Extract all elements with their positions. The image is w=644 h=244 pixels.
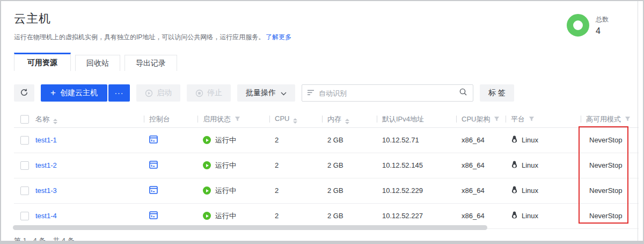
row-checkbox[interactable] xyxy=(20,136,29,145)
page-description: 运行在物理机上的虚拟机实例，具有独立的IP地址，可以访问公共网络，运行应用服务。… xyxy=(14,33,643,42)
status-text: 运行中 xyxy=(215,186,236,196)
filter-icon[interactable] xyxy=(235,116,240,122)
filter-lines-icon[interactable] xyxy=(308,88,314,98)
linux-penguin-icon xyxy=(511,185,518,196)
arch-value: x86_64 xyxy=(456,178,506,203)
start-button[interactable]: 启动 xyxy=(136,84,180,102)
create-vm-button[interactable]: + 创建云主机 xyxy=(41,84,107,102)
tab-export-records[interactable]: 导出记录 xyxy=(125,55,177,71)
toolbar: + 创建云主机 ··· 启动 停止 批量操作 xyxy=(14,84,643,102)
arch-value: x86_64 xyxy=(456,203,506,228)
batch-operations-button[interactable]: 批量操作 xyxy=(237,84,295,102)
ipv4-value: 10.12.52.229 xyxy=(377,178,456,203)
console-icon[interactable] xyxy=(149,162,158,170)
vm-name-link[interactable]: test1-1 xyxy=(35,136,57,144)
column-header-ha-mode[interactable]: 高可用模式 xyxy=(581,111,639,127)
filter-icon[interactable] xyxy=(494,116,500,122)
status-text: 运行中 xyxy=(215,211,236,221)
play-circle-icon xyxy=(145,89,153,97)
column-header-cpu[interactable]: CPU xyxy=(269,111,322,127)
cpu-value: 2 xyxy=(269,127,322,153)
filter-icon[interactable] xyxy=(529,116,535,122)
vm-name-link[interactable]: test1-4 xyxy=(35,212,57,220)
status-running-icon xyxy=(203,161,211,169)
column-header-status[interactable]: 启用状态 xyxy=(197,111,269,127)
search-input[interactable] xyxy=(319,89,459,97)
column-header-arch[interactable]: CPU架构 xyxy=(456,111,506,127)
table-row: test1-3 运行中 2 2 GB 10.12.52.229 x86_64 xyxy=(14,178,639,203)
status-running-icon xyxy=(203,136,211,144)
total-value: 4 xyxy=(596,26,609,36)
column-header-console: 控制台 xyxy=(144,111,197,127)
linux-penguin-icon xyxy=(511,160,518,170)
table-row: test1-2 运行中 2 2 GB 10.12.52.145 x86_64 xyxy=(14,153,639,178)
console-icon[interactable] xyxy=(149,213,158,221)
more-actions-button[interactable]: ··· xyxy=(108,84,130,102)
sort-icon[interactable] xyxy=(53,119,57,124)
horizontal-scrollbar-thumb[interactable] xyxy=(13,225,487,230)
sort-icon[interactable] xyxy=(345,119,349,124)
table-row: test1-4 运行中 2 2 GB 10.12.52.227 x86_64 xyxy=(14,203,639,228)
search-box xyxy=(302,84,473,102)
column-header-platform[interactable]: 平台 xyxy=(506,111,581,127)
row-checkbox[interactable] xyxy=(20,186,29,195)
ipv4-value: 10.12.52.145 xyxy=(377,153,456,178)
cpu-value: 2 xyxy=(269,203,322,228)
cpu-value: 2 xyxy=(269,153,322,178)
plus-icon: + xyxy=(50,88,56,98)
chevron-down-icon xyxy=(281,89,287,97)
platform-value: Linux xyxy=(522,212,538,220)
learn-more-link[interactable]: 了解更多 xyxy=(266,33,291,41)
tab-recycle-bin[interactable]: 回收站 xyxy=(75,55,120,71)
memory-value: 2 GB xyxy=(322,178,377,203)
table-body: test1-1 运行中 2 2 GB 10.12.52.71 x86_64 xyxy=(14,127,639,228)
vm-name-link[interactable]: test1-2 xyxy=(35,161,57,169)
sort-icon[interactable] xyxy=(293,118,297,124)
memory-value: 2 GB xyxy=(322,153,377,178)
memory-value: 2 GB xyxy=(322,127,377,153)
create-vm-label: 创建云主机 xyxy=(60,88,98,98)
select-all-checkbox[interactable] xyxy=(20,115,29,124)
description-text: 运行在物理机上的虚拟机实例，具有独立的IP地址，可以访问公共网络，运行应用服务。 xyxy=(14,33,265,41)
pagination-text: 第 1 - 4 条，共 4 条 xyxy=(14,236,75,244)
status-text: 运行中 xyxy=(215,161,236,170)
total-widget: 总数 4 xyxy=(567,14,609,37)
table-row: test1-1 运行中 2 2 GB 10.12.52.71 x86_64 xyxy=(14,127,639,153)
start-label: 启动 xyxy=(157,88,172,98)
ha-mode-value: NeverStop xyxy=(581,153,639,178)
refresh-icon xyxy=(20,88,28,98)
stop-button[interactable]: 停止 xyxy=(187,84,231,102)
platform-value: Linux xyxy=(522,136,538,144)
column-header-memory[interactable]: 内存 xyxy=(322,111,377,127)
linux-penguin-icon xyxy=(511,211,518,221)
stop-label: 停止 xyxy=(207,88,222,98)
arch-value: x86_64 xyxy=(456,127,506,153)
arch-value: x86_64 xyxy=(456,153,506,178)
ha-mode-value: NeverStop xyxy=(581,178,639,203)
console-icon[interactable] xyxy=(149,137,158,145)
total-label: 总数 xyxy=(596,15,609,24)
ha-mode-value: NeverStop xyxy=(581,203,639,228)
vm-name-link[interactable]: test1-3 xyxy=(35,186,57,195)
row-checkbox[interactable] xyxy=(20,161,29,170)
filter-icon[interactable] xyxy=(625,116,631,122)
refresh-button[interactable] xyxy=(14,84,34,102)
row-checkbox[interactable] xyxy=(20,212,29,220)
ipv4-value: 10.12.52.71 xyxy=(377,127,456,153)
ha-mode-value: NeverStop xyxy=(581,127,639,153)
search-icon[interactable] xyxy=(459,88,467,98)
cloud-host-window: 云主机 运行在物理机上的虚拟机实例，具有独立的IP地址，可以访问公共网络，运行应… xyxy=(0,0,644,244)
tab-available-resources[interactable]: 可用资源 xyxy=(14,53,71,71)
console-icon[interactable] xyxy=(149,188,158,196)
total-donut-chart xyxy=(567,14,589,37)
cpu-value: 2 xyxy=(269,178,322,203)
platform-value: Linux xyxy=(522,161,538,169)
status-running-icon xyxy=(203,186,211,195)
vm-table: 名称 控制台 启用状态 CPU 内存 默认IPv4地址 CPU架构 平台 高可用… xyxy=(14,111,639,229)
ipv4-value: 10.12.52.227 xyxy=(377,203,456,228)
tag-button[interactable]: 标 签 xyxy=(480,84,514,102)
column-header-name[interactable]: 名称 xyxy=(35,111,144,127)
status-text: 运行中 xyxy=(215,135,236,145)
tab-bar: 可用资源 回收站 导出记录 xyxy=(1,53,643,71)
stop-circle-icon xyxy=(195,89,203,97)
